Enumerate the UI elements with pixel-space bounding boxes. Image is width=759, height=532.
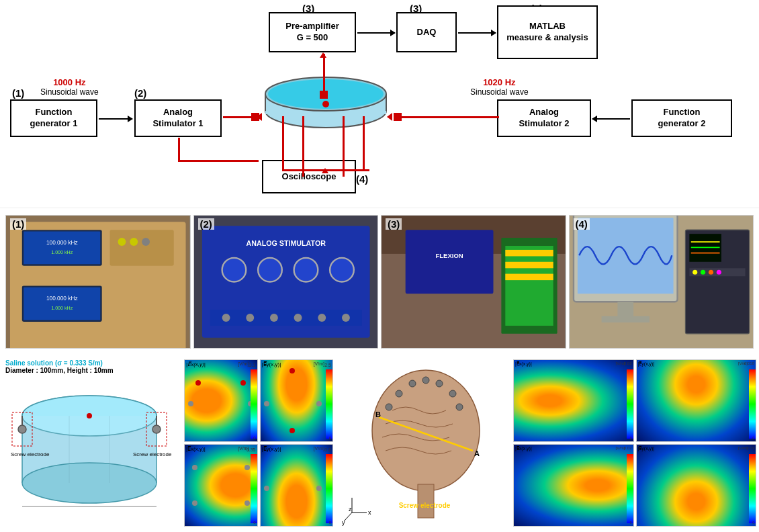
colorbar-2 [326, 369, 332, 439]
svg-point-27 [330, 258, 354, 282]
red-dot-bottom [289, 428, 295, 433]
svg-point-32 [294, 314, 302, 322]
svg-point-34 [341, 314, 349, 322]
svg-point-85 [386, 404, 392, 410]
svg-point-25 [258, 258, 282, 282]
svg-text:z: z [349, 506, 352, 513]
photo-3: (3) FLEXION [381, 215, 566, 349]
arrowhead-osc [322, 168, 328, 173]
field-map-ex-bottom: |E̅x(x,y)| [V/m] 0.35 0 [184, 444, 258, 527]
preamp-block: Pre-amplifier G = 500 [269, 12, 356, 52]
diagram-section: (1) (2) (3) (3) (4) (4) 1000 Hz Sinusoid… [0, 0, 759, 208]
svg-point-58 [716, 270, 721, 275]
svg-text:y: y [342, 519, 345, 526]
svg-text:A: A [474, 449, 480, 457]
arrowhead-as2-petri [387, 113, 392, 121]
gray-dot-er [316, 486, 322, 491]
svg-point-4 [322, 101, 329, 107]
gray-dot-l [188, 401, 193, 406]
field-map-ex-top-max: 3.1 [249, 363, 256, 367]
bfm-min-2: 0 [752, 436, 754, 440]
arrow-fg1-as1 [99, 118, 132, 120]
red-marker-left [251, 113, 259, 121]
photo-4-num: (4) [574, 218, 590, 230]
svg-point-14 [118, 238, 126, 246]
bfm-ey-top-label: |E̅y(x,y)| [638, 361, 655, 367]
svg-rect-47 [617, 302, 633, 318]
freq-label-left: 1000 Hz Sinusoidal wave [40, 77, 99, 97]
field-map-ey-top: |E̅y(x,y)| [V/m] 2.5 0 [260, 359, 334, 442]
saline-block: Saline solution (σ = 0.333 S/m) Diameter… [0, 354, 181, 532]
svg-point-15 [130, 238, 138, 246]
field-map-min-1: 0 [253, 436, 255, 440]
brain-field-map-ex-bottom: |E̅x(x,y)| [V/m] 0.02 0 [513, 444, 634, 527]
bfm-colorbar-1 [627, 369, 633, 439]
photo-1: (1) 100.000 kHz 1.000 kHz 100.000 kHz 1.… [5, 215, 191, 349]
photo-1-svg: 100.000 kHz 1.000 kHz 100.000 kHz 1.000 … [6, 216, 190, 348]
gray-dot-br2 [244, 500, 250, 506]
svg-rect-40 [505, 246, 553, 326]
bfm-ex-bottom-map [514, 445, 633, 526]
line-petri-osc-4 [363, 116, 365, 170]
svg-rect-78 [418, 484, 434, 518]
daq-block: DAQ [396, 12, 457, 52]
svg-point-56 [701, 270, 705, 275]
svg-text:ANALOG STIMULATOR: ANALOG STIMULATOR [246, 239, 326, 247]
bfm-ey-bottom-map [637, 445, 756, 526]
line-petri-osc-3 [343, 116, 345, 177]
red-marker-top [320, 91, 328, 99]
field-map-ex-top: |E̅x(x,y)| [V/m] 3.1 0 [184, 359, 258, 442]
svg-point-24 [222, 258, 246, 282]
brain-block: B A Screw electrode z x y [336, 354, 510, 532]
svg-point-79 [396, 390, 402, 397]
svg-point-66 [18, 425, 26, 433]
bfm-ey-top-map [637, 360, 756, 441]
svg-rect-10 [24, 232, 100, 265]
colorbar-3 [251, 454, 257, 523]
gray-dot-r2 [316, 401, 322, 406]
svg-text:Screw electrode: Screw electrode [11, 451, 50, 457]
oscilloscope-block: Oscilloscope [262, 160, 356, 193]
analog-stimulator-1-block: Analog Stimulator 1 [134, 99, 222, 137]
svg-point-75 [87, 413, 92, 418]
bottom-section: Saline solution (σ = 0.333 S/m) Diameter… [0, 354, 759, 532]
svg-rect-37 [406, 230, 494, 294]
svg-text:Screw electrode: Screw electrode [399, 502, 451, 509]
brain-field-map-ey-top: |E̅y(x,y)| [V/m] 0.018 0 [636, 359, 757, 442]
field-map-min-2: 0 [329, 436, 331, 440]
photo-1-num: (1) [10, 218, 26, 230]
gray-dot-br [244, 465, 250, 470]
analog-stimulator-2-block: Analog Stimulator 2 [497, 99, 591, 137]
bfm-colorbar-2 [749, 369, 756, 439]
arrow-as2-petri [395, 116, 499, 118]
arrow-preamp-daq [357, 32, 395, 34]
svg-point-26 [294, 258, 318, 282]
bfm-min-1: 0 [630, 436, 632, 440]
line-petri-osc-1 [282, 116, 284, 170]
bfm-ex-top-max: 0.02 [624, 361, 632, 365]
gray-dot-bl [192, 465, 197, 470]
field-map-min-3: 0 [253, 521, 255, 525]
label-n1: (1) [12, 87, 24, 99]
svg-point-82 [436, 380, 443, 387]
svg-line-93 [344, 513, 352, 521]
svg-point-31 [269, 314, 277, 322]
field-map-ey-bottom: |E̅y(x,y)| [V/m] 0.6 0 [260, 444, 334, 527]
gray-dot-el [264, 486, 269, 491]
saline-title: Saline solution (σ = 0.333 S/m) Diameter… [5, 359, 176, 374]
wire-h-bottom [178, 160, 259, 162]
photo-4: (4) [569, 215, 754, 349]
bfm-ey-bottom-max: 0.03 [746, 446, 754, 450]
svg-text:100.000 kHz: 100.000 kHz [46, 295, 78, 302]
matlab-block: MATLAB measure & analysis [497, 5, 598, 59]
svg-point-63 [22, 463, 157, 503]
svg-point-80 [409, 380, 416, 387]
photo-3-num: (3) [386, 218, 402, 230]
svg-text:1.000 kHz: 1.000 kHz [51, 306, 73, 311]
svg-text:B: B [375, 410, 381, 418]
field-map-ey-top-unit: [V/m] [314, 361, 324, 366]
photo-3-svg: FLEXION [382, 216, 566, 348]
bfm-ey-bottom-label: |E̅y(x,y)| [638, 446, 655, 451]
field-map-ey-top-max: 2.5 [324, 363, 331, 367]
brain-svg: B A Screw electrode z x y [339, 357, 513, 531]
